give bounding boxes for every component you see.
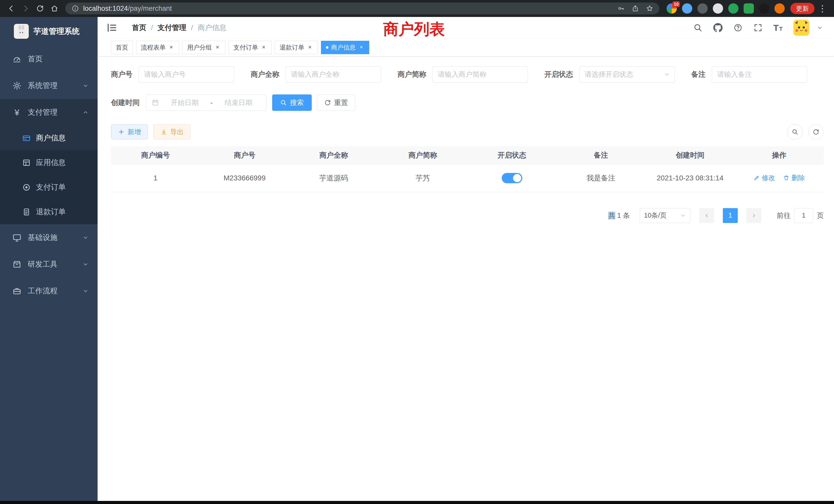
sidebar-subitem-app-info[interactable]: 应用信息 bbox=[0, 151, 97, 175]
sidebar-item-label: 基础设施 bbox=[28, 232, 58, 243]
sidebar-item-payment[interactable]: ¥ 支付管理 bbox=[0, 99, 97, 126]
breadcrumb-home[interactable]: 首页 bbox=[132, 23, 146, 32]
sidebar-item-home[interactable]: 首页 bbox=[0, 46, 97, 72]
extension-icon-8[interactable] bbox=[774, 3, 785, 14]
sidebar-item-dev-tools[interactable]: 研发工具 bbox=[0, 251, 97, 278]
browser-reload-button[interactable] bbox=[34, 2, 47, 15]
close-icon[interactable]: × bbox=[307, 44, 313, 50]
extension-icon-2[interactable] bbox=[682, 3, 692, 14]
record-icon bbox=[22, 183, 31, 192]
table-toolbar: 新增 导出 bbox=[111, 124, 824, 140]
url-path: /pay/merchant bbox=[128, 5, 172, 12]
col-status: 开启状态 bbox=[467, 146, 556, 164]
hamburger-icon[interactable] bbox=[106, 22, 117, 33]
status-toggle[interactable] bbox=[502, 173, 522, 183]
delete-link[interactable]: 删除 bbox=[783, 174, 805, 182]
fullscreen-icon[interactable] bbox=[753, 23, 763, 32]
sidebar-item-workflow[interactable]: 工作流程 bbox=[0, 278, 97, 304]
tag-home[interactable]: 首页 bbox=[111, 41, 133, 54]
text-size-icon[interactable]: TT bbox=[773, 23, 783, 32]
app-logo[interactable]: 芋道管理系统 bbox=[0, 17, 97, 46]
browser-home-button[interactable] bbox=[48, 2, 61, 15]
close-icon[interactable]: × bbox=[358, 44, 364, 50]
tag-process-form[interactable]: 流程表单× bbox=[136, 41, 179, 54]
col-merchant-index: 商户编号 bbox=[111, 146, 200, 164]
sidebar-subitem-label: 退款订单 bbox=[36, 207, 66, 217]
extension-icon-4[interactable] bbox=[713, 3, 723, 14]
sidebar-subitem-label: 支付订单 bbox=[36, 182, 66, 192]
page-size-select[interactable]: 10条/页 bbox=[640, 208, 690, 223]
browser-menu-icon[interactable]: ⋮ bbox=[815, 4, 829, 13]
navbar-actions: TT bbox=[693, 20, 823, 36]
reload-icon bbox=[36, 5, 44, 12]
next-page-button[interactable] bbox=[746, 208, 761, 223]
help-icon[interactable] bbox=[733, 23, 743, 32]
avatar-dropdown-caret-icon[interactable] bbox=[816, 24, 823, 31]
tag-refund-order[interactable]: 退款订单× bbox=[275, 41, 318, 54]
sidebar-item-infrastructure[interactable]: 基础设施 bbox=[0, 224, 97, 251]
merchant-name-input[interactable] bbox=[286, 66, 381, 83]
breadcrumb-payment[interactable]: 支付管理 bbox=[158, 23, 186, 32]
refresh-icon bbox=[324, 99, 331, 106]
bookmark-star-icon[interactable] bbox=[646, 5, 653, 12]
extension-icon-5[interactable] bbox=[728, 3, 739, 14]
export-button[interactable]: 导出 bbox=[154, 124, 191, 139]
close-icon[interactable]: × bbox=[261, 44, 267, 50]
add-button[interactable]: 新增 bbox=[111, 124, 148, 139]
edit-link[interactable]: 修改 bbox=[754, 174, 775, 182]
trash-icon bbox=[783, 175, 789, 181]
top-navbar: 首页 / 支付管理 / 商户信息 TT bbox=[97, 17, 834, 39]
close-icon[interactable]: × bbox=[214, 44, 221, 50]
browser-forward-button[interactable] bbox=[19, 2, 32, 15]
logo-avatar-icon bbox=[14, 24, 29, 39]
filter-merchant-short: 商户简称 bbox=[397, 66, 528, 83]
share-icon[interactable] bbox=[632, 5, 639, 12]
sidebar-item-system[interactable]: 系统管理 bbox=[0, 72, 97, 99]
prev-page-button[interactable] bbox=[699, 208, 714, 223]
filter-status: 开启状态 bbox=[544, 66, 675, 83]
password-key-icon[interactable] bbox=[617, 5, 624, 12]
extension-icon-6[interactable] bbox=[744, 3, 754, 14]
text-selection-highlight: 共 bbox=[608, 212, 615, 220]
tag-user-group[interactable]: 用户分组× bbox=[182, 41, 225, 54]
pagination: 共 1 条 10条/页 1 前往 页 bbox=[111, 208, 824, 223]
tag-pay-order[interactable]: 支付订单× bbox=[228, 41, 272, 54]
remark-input[interactable] bbox=[712, 66, 807, 83]
merchant-short-input[interactable] bbox=[433, 66, 528, 83]
chrome-update-button[interactable]: 更新 bbox=[790, 3, 814, 14]
reset-button[interactable]: 重置 bbox=[317, 94, 355, 111]
toggle-search-button[interactable] bbox=[787, 124, 803, 140]
plus-icon bbox=[118, 129, 125, 135]
search-button[interactable]: 搜索 bbox=[272, 94, 312, 111]
tag-merchant-info[interactable]: 商户信息× bbox=[321, 41, 369, 54]
user-avatar[interactable] bbox=[793, 20, 809, 36]
filter-row-2: 创建时间 开始日期 - 结束日期 搜索 重置 bbox=[111, 94, 824, 111]
sidebar-subitem-refund-order[interactable]: 退款订单 bbox=[0, 200, 97, 224]
status-select[interactable] bbox=[579, 66, 675, 83]
merchant-no-input[interactable] bbox=[139, 66, 234, 83]
grid-icon bbox=[22, 158, 31, 167]
calendar-icon bbox=[152, 99, 159, 106]
sidebar-subitem-pay-order[interactable]: 支付订单 bbox=[0, 175, 97, 200]
url-bar[interactable]: localhost:1024/pay/merchant bbox=[65, 3, 659, 14]
page-info-icon[interactable] bbox=[71, 5, 79, 12]
yen-icon: ¥ bbox=[12, 108, 22, 117]
dashboard-icon bbox=[12, 54, 22, 64]
close-icon[interactable]: × bbox=[168, 44, 174, 50]
goto-page-input[interactable] bbox=[794, 208, 813, 223]
app-title: 芋道管理系统 bbox=[34, 26, 80, 37]
url-text: localhost:1024/pay/merchant bbox=[83, 5, 172, 13]
search-icon[interactable] bbox=[693, 23, 703, 32]
extension-icon-1[interactable]: 10 bbox=[666, 3, 677, 14]
sidebar-subitem-merchant-info[interactable]: 商户信息 bbox=[0, 126, 97, 151]
date-range-picker[interactable]: 开始日期 - 结束日期 bbox=[146, 94, 266, 111]
back-arrow-icon bbox=[7, 5, 15, 12]
github-icon[interactable] bbox=[713, 23, 723, 32]
search-icon bbox=[792, 129, 798, 135]
extension-icon-7[interactable] bbox=[759, 3, 769, 14]
current-page[interactable]: 1 bbox=[723, 208, 738, 223]
refresh-table-button[interactable] bbox=[808, 124, 824, 140]
home-icon bbox=[50, 5, 58, 12]
browser-back-button[interactable] bbox=[5, 2, 18, 15]
extension-icon-3[interactable] bbox=[697, 3, 708, 14]
